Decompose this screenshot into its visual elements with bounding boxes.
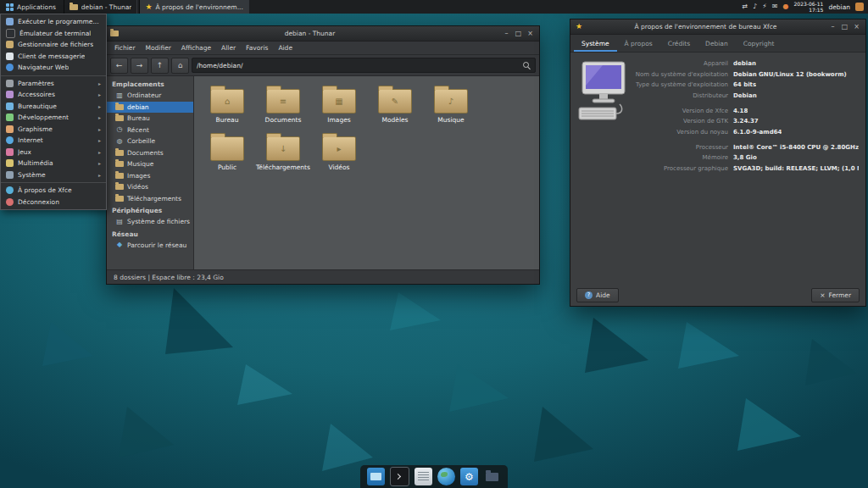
menu-separator	[1, 75, 106, 76]
up-button[interactable]: ↑	[151, 58, 169, 74]
minimize-button[interactable]: –	[501, 28, 512, 39]
menu-favoris[interactable]: Favoris	[242, 43, 272, 53]
sidebar-item-filesystem[interactable]: ▤ Système de fichiers	[107, 216, 193, 228]
submenu-arrow-icon: ▸	[98, 172, 101, 178]
maximize-button[interactable]: □	[839, 21, 850, 32]
sidebar-item-corbeille[interactable]: ◍ Corbeille	[107, 136, 193, 147]
desktop[interactable]: Applications debian - Thunar ★ À propos …	[0, 0, 868, 488]
file-item-documents[interactable]: ≡ Documents	[255, 85, 311, 124]
sidebar-item-recent[interactable]: ◷ Récent	[107, 125, 193, 136]
thunar-sidebar: Emplacements ▥ Ordinateur debian Bureau …	[107, 76, 194, 269]
applications-menu-button[interactable]: Applications	[0, 0, 62, 14]
games-icon	[6, 148, 14, 156]
file-item-bureau[interactable]: ⌂ Bureau	[199, 85, 255, 124]
sidebar-item-images[interactable]: Images	[107, 170, 193, 182]
taskbar-item-thunar[interactable]: debian - Thunar	[64, 0, 138, 14]
sidebar-item-ordinateur[interactable]: ▥ Ordinateur	[107, 90, 193, 102]
menu-aller[interactable]: Aller	[217, 43, 240, 53]
menu-affichage[interactable]: Affichage	[177, 43, 215, 53]
menu-item-terminal[interactable]: Émulateur de terminal	[1, 28, 106, 40]
about-xfce-window: ★ À propos de l'environnement de bureau …	[570, 19, 866, 307]
menu-item-games[interactable]: Jeux ▸	[1, 147, 106, 158]
menu-item-mail-client[interactable]: Client de messagerie	[1, 51, 106, 63]
tab-a-propos[interactable]: À propos	[617, 35, 660, 52]
path-input[interactable]	[197, 62, 520, 69]
file-item-public[interactable]: Public	[199, 132, 255, 171]
menu-item-system[interactable]: Système ▸	[1, 169, 106, 181]
taskbar-item-about[interactable]: ★ À propos de l'environnem...	[139, 0, 248, 14]
tab-debian[interactable]: Debian	[698, 35, 736, 52]
file-item-musique[interactable]: ♪ Musique	[423, 85, 479, 124]
back-button[interactable]: ←	[110, 58, 128, 74]
menu-item-logout[interactable]: Déconnexion	[1, 197, 106, 208]
menu-item-run-program[interactable]: Exécuter le programme...	[1, 16, 106, 28]
sidebar-item-debian[interactable]: debian	[107, 102, 193, 114]
text-editor-launcher[interactable]	[415, 468, 432, 485]
minimize-button[interactable]: –	[827, 21, 838, 32]
system-icon	[6, 171, 14, 179]
system-tray: ⇄ ♪ ⚡ ✉ ● 2023-06-11 17:15 debian	[737, 0, 868, 14]
menu-item-settings[interactable]: Paramètres ▸	[1, 78, 106, 90]
sidebar-item-telechargements[interactable]: Téléchargements	[107, 193, 193, 205]
display-icon	[370, 473, 381, 480]
about-titlebar[interactable]: ★ À propos de l'environnement de bureau …	[570, 19, 865, 35]
folder-icon: ▸	[322, 136, 356, 161]
clock[interactable]: 2023-06-11 17:15	[794, 1, 824, 14]
power-icon[interactable]: ⚡	[762, 3, 767, 10]
menu-separator	[1, 182, 106, 183]
menu-item-office[interactable]: Bureautique ▸	[1, 101, 106, 113]
tab-copyright[interactable]: Copyright	[736, 35, 782, 52]
sidebar-item-documents[interactable]: Documents	[107, 147, 193, 159]
sidebar-item-musique[interactable]: Musique	[107, 158, 193, 170]
volume-icon[interactable]: ♪	[753, 3, 757, 10]
web-browser-launcher[interactable]	[437, 468, 455, 485]
menu-item-file-manager[interactable]: Gestionnaire de fichiers	[1, 39, 106, 51]
help-button[interactable]: ? Aide	[576, 288, 619, 302]
mail-icon[interactable]: ✉	[772, 3, 778, 10]
forward-button[interactable]: →	[131, 58, 148, 74]
file-item-modeles[interactable]: ✎ Modèles	[367, 85, 423, 124]
menu-fichier[interactable]: Fichier	[110, 43, 140, 53]
close-button[interactable]: ×	[525, 28, 536, 39]
file-manager-launcher[interactable]	[483, 468, 501, 485]
menu-aide[interactable]: Aide	[274, 43, 297, 53]
settings-icon	[6, 80, 14, 87]
tab-credits[interactable]: Crédits	[660, 35, 698, 52]
folder-icon: ≡	[266, 89, 300, 114]
menu-item-multimedia[interactable]: Multimédia ▸	[1, 158, 106, 169]
computer-icon: ▥	[115, 92, 124, 99]
sidebar-item-videos[interactable]: Vidéos	[107, 181, 193, 193]
file-view[interactable]: ⌂ Bureau ≡ Documents ▦ Images ✎ Modèles …	[194, 76, 539, 269]
thunar-titlebar[interactable]: debian - Thunar – □ ×	[107, 26, 539, 42]
home-button[interactable]: ⌂	[171, 58, 189, 74]
menu-item-about-xfce[interactable]: À propos de Xfce	[1, 185, 106, 197]
menu-item-web-browser[interactable]: Navigateur Web	[1, 62, 106, 74]
settings-launcher[interactable]: ⚙	[460, 468, 478, 485]
multimedia-icon	[6, 159, 14, 167]
tab-systeme[interactable]: Système	[574, 35, 617, 52]
search-icon[interactable]	[523, 62, 531, 69]
taskbar-item-about-label: À propos de l'environnem...	[155, 3, 242, 11]
network-icon[interactable]: ⇄	[742, 3, 748, 10]
globe-icon	[441, 472, 448, 477]
menu-item-internet[interactable]: Internet ▸	[1, 135, 106, 147]
sidebar-item-bureau[interactable]: Bureau	[107, 113, 193, 125]
close-button[interactable]: ×	[851, 21, 862, 32]
menu-modifier[interactable]: Modifier	[142, 43, 175, 53]
file-item-telechargements[interactable]: ↓ Téléchargements	[255, 132, 311, 171]
terminal-launcher[interactable]	[390, 467, 409, 486]
development-icon	[6, 114, 14, 121]
file-item-videos[interactable]: ▸ Vidéos	[311, 132, 367, 171]
notes-plugin-icon[interactable]	[855, 3, 864, 11]
close-dialog-button[interactable]: × Fermer	[811, 288, 860, 302]
maximize-button[interactable]: □	[513, 28, 524, 39]
menu-item-accessories[interactable]: Accessoires ▸	[1, 89, 106, 101]
menu-item-graphics[interactable]: Graphisme ▸	[1, 124, 106, 136]
display-settings-launcher[interactable]	[367, 468, 385, 485]
file-item-images[interactable]: ▦ Images	[311, 85, 367, 124]
trash-icon: ◍	[115, 138, 124, 145]
sidebar-item-browse-network[interactable]: ◆ Parcourir le réseau	[107, 240, 193, 252]
about-system-panel: Appareil debian Nom du système d'exploit…	[570, 53, 865, 284]
notification-icon[interactable]: ●	[783, 3, 789, 10]
menu-item-development[interactable]: Développement ▸	[1, 112, 106, 124]
